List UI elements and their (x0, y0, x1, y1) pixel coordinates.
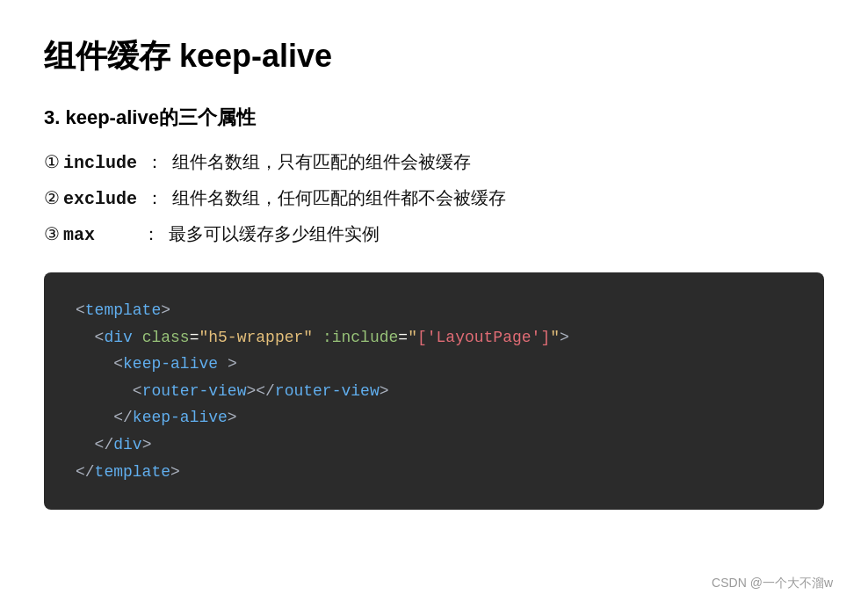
code-line-2: <div class="h5-wrapper" :include="['Layo… (76, 324, 792, 352)
attr-desc-exclude: 组件名数组，任何匹配的组件都不会被缓存 (172, 186, 506, 210)
attr-number-2: ② (44, 187, 60, 208)
attr-colon-1: ： (146, 150, 163, 174)
section-title: 3. keep-alive的三个属性 (44, 105, 824, 131)
attr-name-max: max (63, 225, 134, 245)
slide-container: 组件缓存 keep-alive 3. keep-alive的三个属性 ① inc… (0, 0, 868, 609)
code-line-6: </div> (76, 431, 792, 459)
code-line-1: <template> (76, 297, 792, 324)
attr-item-include: ① include ： 组件名数组，只有匹配的组件会被缓存 (44, 150, 824, 174)
code-line-3: <keep-alive > (76, 351, 792, 378)
attribute-list: ① include ： 组件名数组，只有匹配的组件会被缓存 ② exclude … (44, 150, 824, 246)
code-line-5: </keep-alive> (76, 404, 792, 431)
attr-name-exclude: exclude (63, 189, 137, 209)
attr-number-3: ③ (44, 223, 60, 244)
attr-colon-3: ： (142, 222, 160, 246)
code-line-4: <router-view></router-view> (76, 378, 792, 405)
code-block: <template> <div class="h5-wrapper" :incl… (44, 272, 824, 510)
attr-desc-include: 组件名数组，只有匹配的组件会被缓存 (172, 150, 471, 174)
attr-colon-2: ： (146, 186, 163, 210)
code-line-7: </template> (76, 459, 792, 486)
watermark: CSDN @一个大不溜w (712, 576, 833, 591)
attr-item-exclude: ② exclude ： 组件名数组，任何匹配的组件都不会被缓存 (44, 186, 824, 210)
attr-name-include: include (63, 153, 137, 173)
main-title: 组件缓存 keep-alive (44, 35, 824, 78)
attr-desc-max: 最多可以缓存多少组件实例 (169, 222, 380, 246)
attr-item-max: ③ max ： 最多可以缓存多少组件实例 (44, 222, 824, 246)
attr-number-1: ① (44, 151, 60, 172)
